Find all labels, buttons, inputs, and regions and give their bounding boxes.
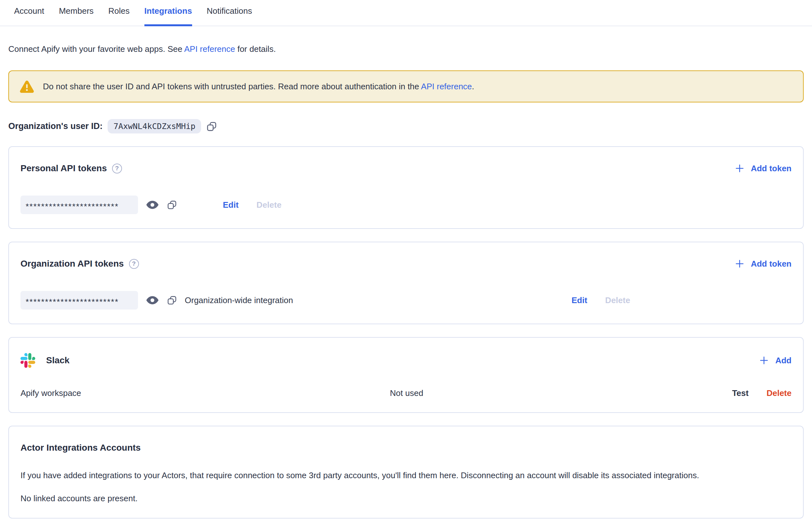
token-mask-field: ************************ bbox=[20, 291, 138, 309]
user-id-label: Organization's user ID: bbox=[8, 121, 103, 131]
actor-integrations-title: Actor Integrations Accounts bbox=[20, 442, 792, 454]
add-slack-label: Add bbox=[775, 356, 792, 365]
plus-icon bbox=[735, 259, 744, 269]
personal-tokens-card: Personal API tokens ? Add token ********… bbox=[8, 146, 804, 229]
slack-card: Slack Add Apify workspace Not used Test … bbox=[8, 337, 804, 413]
delete-token-link[interactable]: Delete bbox=[605, 295, 630, 305]
slack-workspace-row: Apify workspace Not used Test Delete bbox=[20, 388, 792, 398]
edit-token-link[interactable]: Edit bbox=[223, 200, 239, 210]
token-mask-text: ************************ bbox=[25, 202, 119, 212]
tab-integrations[interactable]: Integrations bbox=[144, 5, 192, 26]
add-token-label: Add token bbox=[751, 164, 792, 174]
add-token-button[interactable]: Add token bbox=[735, 164, 792, 174]
api-reference-link[interactable]: API reference bbox=[421, 82, 472, 91]
add-token-button[interactable]: Add token bbox=[735, 259, 792, 269]
plus-icon bbox=[759, 356, 769, 365]
intro-text: Connect Apify with your favorite web app… bbox=[8, 43, 804, 54]
slack-icon bbox=[20, 353, 35, 368]
tab-roles[interactable]: Roles bbox=[108, 5, 129, 26]
api-reference-link[interactable]: API reference bbox=[184, 44, 235, 54]
org-token-row: ************************ Organization-wi… bbox=[20, 291, 792, 309]
tab-notifications[interactable]: Notifications bbox=[207, 5, 252, 26]
delete-slack-link[interactable]: Delete bbox=[766, 388, 792, 398]
warning-icon bbox=[20, 80, 34, 93]
no-linked-accounts-text: No linked accounts are present. bbox=[20, 493, 792, 504]
add-token-label: Add token bbox=[751, 259, 792, 269]
tab-account[interactable]: Account bbox=[14, 5, 44, 26]
warning-text: Do not share the user ID and API tokens … bbox=[43, 80, 474, 93]
add-slack-button[interactable]: Add bbox=[759, 356, 792, 365]
org-tokens-title: Organization API tokens bbox=[20, 258, 124, 270]
settings-tabs: Account Members Roles Integrations Notif… bbox=[0, 0, 812, 26]
tab-members[interactable]: Members bbox=[59, 5, 93, 26]
token-mask-text: ************************ bbox=[25, 297, 119, 307]
copy-icon[interactable] bbox=[167, 200, 177, 210]
user-id-value: 7AxwNL4kCDZxsMHip bbox=[108, 119, 201, 133]
workspace-status: Not used bbox=[390, 388, 423, 398]
personal-token-row: ************************ Edit Delete bbox=[20, 196, 792, 214]
eye-icon[interactable] bbox=[146, 296, 159, 304]
actor-integrations-card: Actor Integrations Accounts If you have … bbox=[8, 426, 804, 519]
slack-title: Slack bbox=[46, 354, 70, 366]
workspace-name: Apify workspace bbox=[20, 388, 81, 398]
edit-token-link[interactable]: Edit bbox=[571, 295, 587, 305]
token-mask-field: ************************ bbox=[20, 196, 138, 214]
copy-icon[interactable] bbox=[167, 295, 177, 305]
delete-token-link[interactable]: Delete bbox=[257, 200, 281, 210]
warning-before: Do not share the user ID and API tokens … bbox=[43, 82, 421, 91]
token-description: Organization-wide integration bbox=[185, 295, 293, 305]
eye-icon[interactable] bbox=[146, 201, 159, 209]
intro-before: Connect Apify with your favorite web app… bbox=[8, 44, 184, 54]
help-icon[interactable]: ? bbox=[129, 259, 139, 269]
warning-after: . bbox=[472, 82, 474, 91]
personal-tokens-title: Personal API tokens bbox=[20, 162, 107, 175]
warning-banner: Do not share the user ID and API tokens … bbox=[8, 70, 804, 103]
user-id-row: Organization's user ID: 7AxwNL4kCDZxsMHi… bbox=[8, 119, 804, 133]
actor-integrations-description: If you have added integrations to your A… bbox=[20, 470, 792, 481]
org-tokens-card: Organization API tokens ? Add token ****… bbox=[8, 242, 804, 324]
intro-after: for details. bbox=[235, 44, 276, 54]
help-icon[interactable]: ? bbox=[112, 164, 122, 174]
plus-icon bbox=[735, 164, 744, 173]
copy-icon[interactable] bbox=[206, 121, 217, 132]
test-slack-link[interactable]: Test bbox=[732, 388, 748, 398]
